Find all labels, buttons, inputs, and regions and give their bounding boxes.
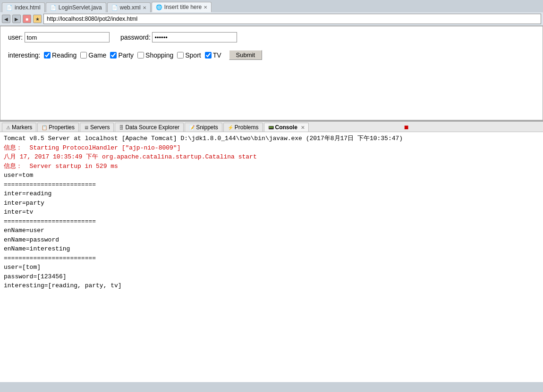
checkbox-reading[interactable]: Reading [44, 51, 76, 59]
markers-icon: ⚠ [6, 125, 10, 130]
console-line: user=[tom] [4, 263, 539, 272]
user-label: user: [8, 33, 23, 41]
shopping-label: Shopping [145, 51, 173, 59]
console-label: Console [275, 124, 297, 131]
party-label: Party [118, 51, 134, 59]
eclipse-tab-servers[interactable]: 🖥 Servers [80, 123, 114, 132]
tab-webxml-close[interactable]: ✕ [143, 5, 146, 10]
password-label: password: [120, 33, 151, 41]
refresh-button[interactable]: ★ [33, 15, 42, 23]
problems-label: Problems [235, 124, 259, 131]
eclipse-tab-snippets[interactable]: 📝 Snippets [185, 123, 222, 132]
console-line: enName=interesting [4, 244, 539, 254]
checkbox-game[interactable]: Game [80, 51, 106, 59]
shopping-checkbox[interactable] [137, 52, 144, 58]
properties-icon: 📋 [42, 125, 47, 130]
console-line: enName=user [4, 226, 539, 235]
tab-insert-close[interactable]: ✕ [204, 5, 207, 10]
back-button[interactable]: ◀ [2, 15, 10, 23]
eclipse-tab-properties[interactable]: 📋 Properties [37, 123, 79, 132]
tab-index[interactable]: 📄 index.html [2, 2, 45, 12]
console-line: user=tom [4, 171, 539, 180]
problems-icon: ⚡ [228, 125, 233, 130]
user-password-row: user: password: [8, 32, 535, 42]
console-line: enName=password [4, 235, 539, 245]
party-checkbox[interactable] [110, 52, 117, 58]
console-line: password=[123456] [4, 272, 539, 282]
servers-label: Servers [90, 124, 110, 131]
eclipse-tab-markers[interactable]: ⚠ Markers [2, 123, 36, 132]
console-line: 八月 17, 2017 10:35:49 下午 org.apache.catal… [4, 152, 539, 162]
properties-label: Properties [49, 124, 75, 131]
interesting-label: interesting: [8, 51, 40, 59]
eclipse-tab-datasource[interactable]: 🗄 Data Source Explorer [115, 123, 184, 132]
checkbox-party[interactable]: Party [110, 51, 134, 59]
file-icon: 📄 [6, 5, 13, 11]
checkbox-tv[interactable]: TV [205, 51, 221, 59]
sport-checkbox[interactable] [177, 52, 184, 58]
sport-label: Sport [185, 51, 201, 59]
tv-checkbox[interactable] [205, 52, 212, 58]
reading-checkbox[interactable] [44, 52, 51, 58]
url-bar[interactable] [43, 14, 541, 24]
game-checkbox[interactable] [80, 52, 87, 58]
snippets-icon: 📝 [189, 125, 195, 130]
tab-insert-label: Insert title here [164, 4, 202, 10]
datasource-icon: 🗄 [119, 125, 124, 130]
stop-button[interactable]: ■ [23, 15, 31, 23]
console-output: Tomcat v8.5 Server at localhost [Apache … [0, 132, 543, 382]
tab-insert[interactable]: 🌐 Insert title here ✕ [152, 2, 212, 12]
console-line: ========================= [4, 180, 539, 190]
tab-login-label: LoginServlet.java [59, 4, 102, 11]
browser-content: user: password: interesting: Reading Gam… [0, 26, 543, 120]
file-icon-2: 📄 [50, 5, 57, 11]
console-line: inter=tv [4, 208, 539, 217]
console-line: 信息： Server startup in 529 ms [4, 162, 539, 171]
tab-login[interactable]: 📄 LoginServlet.java [46, 2, 106, 12]
tab-webxml[interactable]: 📄 web.xml ✕ [107, 2, 151, 12]
eclipse-tab-console[interactable]: 📟 Console ✕ [264, 123, 309, 132]
markers-label: Markers [12, 124, 32, 131]
eclipse-tab-problems[interactable]: ⚡ Problems [223, 123, 263, 132]
tab-webxml-label: web.xml [120, 4, 141, 11]
datasource-label: Data Source Explorer [125, 124, 179, 131]
submit-button[interactable]: Submit [229, 50, 262, 60]
password-input[interactable] [152, 32, 237, 42]
console-line: ========================= [4, 217, 539, 226]
console-line: interesting=[reading, party, tv] [4, 281, 539, 291]
address-bar: ◀ ▶ ■ ★ [0, 12, 543, 26]
checkboxes-container: Reading Game Party Shopping Sport [44, 50, 262, 60]
servers-icon: 🖥 [84, 125, 89, 130]
eclipse-tab-bar: ⚠ Markers 📋 Properties 🖥 Servers 🗄 Data … [0, 122, 543, 132]
console-line: ========================= [4, 254, 539, 263]
eclipse-stop-button[interactable]: ■ [404, 123, 409, 132]
snippets-label: Snippets [196, 124, 218, 131]
console-close-x[interactable]: ✕ [301, 125, 305, 130]
game-label: Game [88, 51, 106, 59]
tab-bar: 📄 index.html 📄 LoginServlet.java 📄 web.x… [0, 0, 543, 12]
tab-index-label: index.html [15, 4, 41, 11]
console-line: Tomcat v8.5 Server at localhost [Apache … [4, 134, 539, 143]
interesting-row: interesting: Reading Game Party Shoppi [8, 50, 535, 60]
reading-label: Reading [52, 51, 76, 59]
checkbox-shopping[interactable]: Shopping [137, 51, 173, 59]
console-icon: 📟 [268, 125, 274, 130]
checkbox-sport[interactable]: Sport [177, 51, 201, 59]
browser-icon: 🌐 [156, 4, 162, 10]
console-line: inter=party [4, 199, 539, 208]
console-line: 信息： Starting ProtocolHandler ["ajp-nio-8… [4, 143, 539, 153]
console-line: inter=reading [4, 189, 539, 199]
tv-label: TV [213, 51, 221, 59]
user-input[interactable] [25, 32, 110, 42]
file-icon-3: 📄 [111, 5, 118, 11]
forward-button[interactable]: ▶ [12, 15, 21, 23]
eclipse-panel: ⚠ Markers 📋 Properties 🖥 Servers 🗄 Data … [0, 121, 543, 382]
browser-chrome: 📄 index.html 📄 LoginServlet.java 📄 web.x… [0, 0, 543, 121]
